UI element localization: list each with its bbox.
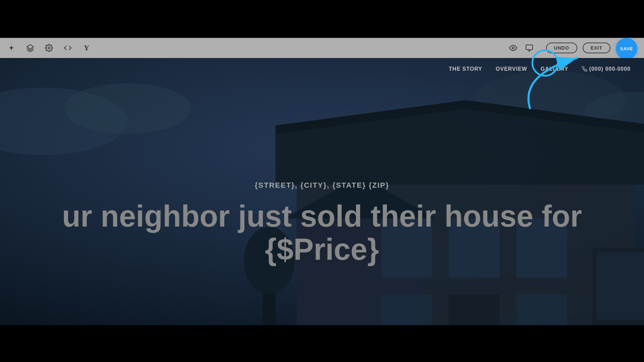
bottom-overlay — [0, 325, 644, 362]
undo-button[interactable]: UNDO — [546, 43, 577, 53]
nav-overview[interactable]: OVERVIEW — [496, 66, 527, 72]
preview-navigation: THE STORY OVERVIEW GALLERY (000) 000-000… — [0, 58, 644, 80]
svg-marker-0 — [27, 45, 34, 49]
nav-the-story[interactable]: THE STORY — [449, 66, 482, 72]
top-black-bar — [0, 0, 644, 38]
hero-headline: ur neighbor just sold their house for {$… — [54, 200, 590, 266]
preview-icon[interactable] — [508, 43, 518, 53]
hero-address: {STREET}, {CITY}, {STATE} {ZIP} — [255, 181, 389, 190]
toolbar-left: + Y — [7, 43, 91, 53]
toolbar-right-icons — [508, 43, 534, 53]
save-button[interactable]: SAVE — [616, 38, 637, 59]
exit-button[interactable]: EXIT — [583, 43, 610, 53]
nav-gallery[interactable]: GALLERY — [541, 66, 569, 72]
code-icon[interactable] — [63, 43, 72, 53]
yoast-icon[interactable]: Y — [82, 43, 91, 53]
svg-rect-3 — [526, 45, 533, 50]
phone-number: (000) 000-0000 — [589, 66, 631, 72]
svg-point-2 — [512, 47, 514, 49]
plus-icon[interactable]: + — [7, 43, 16, 53]
settings-icon[interactable] — [44, 43, 54, 53]
preview-area: THE STORY OVERVIEW GALLERY (000) 000-000… — [0, 58, 644, 362]
svg-point-1 — [48, 47, 50, 49]
hero-background: THE STORY OVERVIEW GALLERY (000) 000-000… — [0, 58, 644, 362]
toolbar-right: UNDO EXIT SAVE — [508, 37, 637, 59]
layers-icon[interactable] — [25, 43, 35, 53]
phone-icon — [582, 66, 587, 72]
responsive-icon[interactable] — [525, 43, 534, 53]
hero-content: {STREET}, {CITY}, {STATE} {ZIP} ur neigh… — [0, 85, 644, 362]
editor-toolbar: + Y — [0, 38, 644, 58]
nav-phone[interactable]: (000) 000-0000 — [582, 66, 631, 72]
